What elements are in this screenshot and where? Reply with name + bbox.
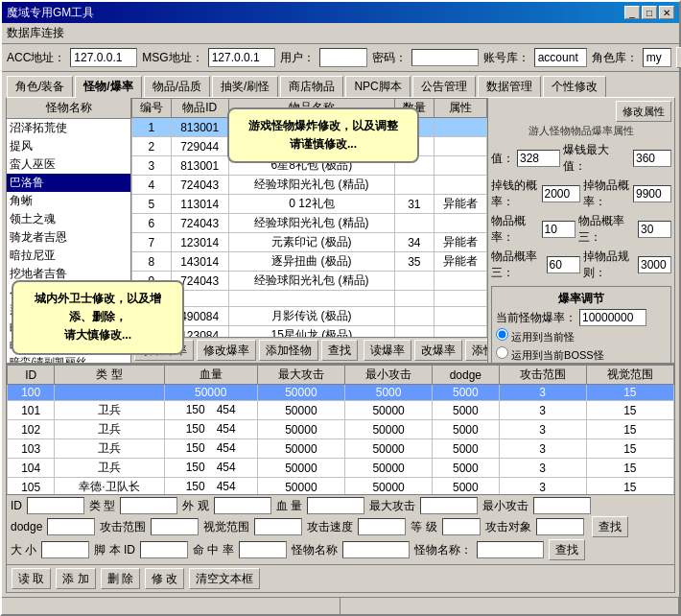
table-row[interactable]: 8 143014 逐异扭曲 (极品) 35 异能者 (132, 252, 487, 272)
find-detail-btn[interactable]: 查找 (592, 516, 628, 537)
detail-monster-name[interactable] (342, 541, 410, 558)
item-rate3-input[interactable] (547, 256, 580, 273)
radio-boss[interactable] (496, 346, 508, 359)
modify-rate-btn2[interactable]: 改爆率 (414, 340, 462, 361)
value-input[interactable] (517, 150, 560, 167)
modify-attr-button[interactable]: 修改属性 (616, 101, 671, 122)
monster-item-3[interactable]: 巴洛鲁 (7, 174, 130, 192)
modify-rate-button[interactable]: 修改爆率 (197, 340, 256, 361)
disconnect-button[interactable]: 断开 (676, 47, 681, 68)
detail-atk-target[interactable] (536, 518, 584, 535)
monster-item-9[interactable]: 小气鬼皮皮 (7, 283, 130, 301)
role-input[interactable] (643, 48, 671, 67)
tab-shop-item[interactable]: 商店物品 (280, 76, 343, 97)
detail-script[interactable] (140, 541, 188, 558)
monster-item-4[interactable]: 角蜥 (7, 192, 130, 210)
tab-personal[interactable]: 个性修改 (543, 76, 606, 97)
max-input[interactable] (633, 150, 671, 167)
delete-button[interactable]: 删 除 (101, 568, 140, 589)
table-row[interactable]: 1 813001 6星8礼包(伟... (132, 118, 487, 137)
detail-monster-name2[interactable] (477, 541, 544, 558)
table-row[interactable]: 7 123014 元素印记 (极品) 34 异能者 (132, 233, 487, 252)
tab-data-manage[interactable]: 数据管理 (478, 76, 541, 97)
table-row[interactable]: 3 813001 6星8礼包 (极品) (132, 156, 487, 176)
radio-current[interactable] (496, 328, 508, 341)
db-label: 账号库： (483, 50, 529, 66)
table-row[interactable]: 2 729044 8星G型幻兽升礼包(极品) (132, 137, 487, 156)
item-rule-input[interactable] (638, 256, 671, 273)
close-button[interactable]: ✕ (659, 6, 674, 19)
detail-atk-range[interactable] (151, 518, 199, 535)
pwd-input[interactable] (411, 49, 479, 66)
items-table-scroll[interactable]: 编号 物品ID 物品名称 数量 属性 1 813001 6星8礼 (131, 98, 487, 337)
read-rate-button[interactable]: 读取爆率 (134, 340, 194, 361)
guard-row[interactable]: 103 卫兵 150 454 50000 50000 5000 3 15 (8, 439, 674, 459)
detail-level[interactable] (442, 518, 481, 535)
guard-row[interactable]: 105 幸德·卫队长 150 454 50000 50000 5000 3 15 (8, 478, 674, 495)
drop-item-input[interactable] (633, 185, 671, 202)
monster-item-8[interactable]: 挖地者吉鲁 (7, 265, 130, 283)
monster-item-11[interactable]: 暗蛮士魔宠 (7, 320, 130, 338)
table-row[interactable]: 12 123084 15星仙龙 (极品) (132, 326, 487, 338)
clear-button[interactable]: 清空文本框 (189, 568, 260, 589)
add-monster-button[interactable]: 添加怪物 (259, 340, 318, 361)
detail-atk-speed[interactable] (358, 518, 406, 535)
modify-button[interactable]: 修 改 (145, 568, 184, 589)
add-monster-btn2[interactable]: 添怪物 (465, 340, 487, 361)
acc-input[interactable] (70, 48, 137, 67)
tab-npc-script[interactable]: NPC脚本 (345, 76, 410, 97)
item-rate1-row: 物品概率： 物品概率三： (491, 213, 671, 246)
tab-item-quality[interactable]: 物品/品质 (144, 76, 210, 97)
add-button[interactable]: 添 加 (56, 568, 95, 589)
detail-dodge[interactable] (47, 518, 95, 535)
detail-hp[interactable] (307, 497, 364, 514)
monster-item-0[interactable]: 沼泽拓荒使 (7, 119, 130, 137)
table-row[interactable]: 11 490084 月影传说 (极品) (132, 307, 487, 326)
detail-id[interactable] (27, 497, 84, 514)
detail-size[interactable] (41, 541, 89, 558)
monster-item-2[interactable]: 蛮人巫医 (7, 155, 130, 174)
table-row[interactable]: 9 724043 经验球阳光礼包 (精品) (132, 272, 487, 291)
detail-row2: dodge 攻击范围 视觉范围 攻击速度 等 级 攻击对象 查找 (11, 516, 670, 537)
monster-item-1[interactable]: 提风 (7, 137, 130, 155)
find-detail-btn2[interactable]: 查找 (549, 539, 585, 560)
detail-min-atk[interactable] (533, 497, 591, 514)
guard-row[interactable]: 101 卫兵 150 454 50000 50000 5000 3 15 (8, 401, 674, 420)
user-input[interactable] (319, 48, 367, 67)
current-rate-input[interactable] (579, 309, 646, 326)
maximize-button[interactable]: □ (642, 6, 657, 19)
item-rate1-input[interactable] (542, 221, 575, 238)
minimize-button[interactable]: _ (624, 6, 640, 19)
guard-table-scroll[interactable]: ID 类 型 血量 最大攻击 最小攻击 dodge 攻击范围 视觉范围 100 (7, 365, 674, 494)
table-row[interactable]: 5 113014 0 12礼包 31 异能者 (132, 195, 487, 214)
table-row[interactable]: 10 (132, 291, 487, 307)
monster-item-7[interactable]: 暗拉尼亚 (7, 247, 130, 265)
monster-item-10[interactable]: 那你!哦倒哦 (7, 301, 130, 320)
detail-max-atk[interactable] (420, 497, 478, 514)
tab-monster-rate[interactable]: 怪物/爆率 (75, 76, 141, 98)
detail-view-range[interactable] (254, 518, 302, 535)
monster-item-12[interactable]: 暗蛮士魔宠前期 (7, 338, 130, 354)
monster-item-6[interactable]: 骑龙者吉恩 (7, 228, 130, 247)
tab-lottery[interactable]: 抽奖/刷怪 (212, 76, 278, 97)
item-rate2-input[interactable] (638, 221, 671, 238)
guard-row[interactable]: 100 50000 50000 5000 5000 3 15 (8, 385, 674, 401)
monster-item-13[interactable]: 暗蛮/请副凯丽丝 (7, 354, 130, 363)
db-input[interactable] (534, 48, 587, 67)
detail-cmd-rate[interactable] (239, 541, 287, 558)
detail-type[interactable] (120, 497, 177, 514)
find-button[interactable]: 查找 (321, 340, 358, 361)
read-button[interactable]: 读 取 (12, 568, 51, 589)
read-rate-btn2[interactable]: 读爆率 (364, 340, 411, 361)
msg-input[interactable] (208, 48, 275, 67)
drop-rate-input[interactable] (542, 185, 580, 202)
table-row[interactable]: 6 724043 经验球阳光礼包 (精品) (132, 214, 487, 233)
guard-row[interactable]: 104 卫兵 150 454 50000 50000 5000 3 15 (8, 459, 674, 478)
tab-role-equip[interactable]: 角色/装备 (7, 76, 73, 97)
tab-announce[interactable]: 公告管理 (412, 76, 476, 97)
table-row[interactable]: 4 724043 经验球阳光礼包 (精品) (132, 176, 487, 195)
detail-appear[interactable] (214, 497, 271, 514)
menu-db-connect[interactable]: 数据库连接 (7, 25, 64, 41)
guard-row[interactable]: 102 卫兵 150 454 50000 50000 5000 3 15 (8, 420, 674, 439)
monster-item-5[interactable]: 领土之魂 (7, 210, 130, 228)
